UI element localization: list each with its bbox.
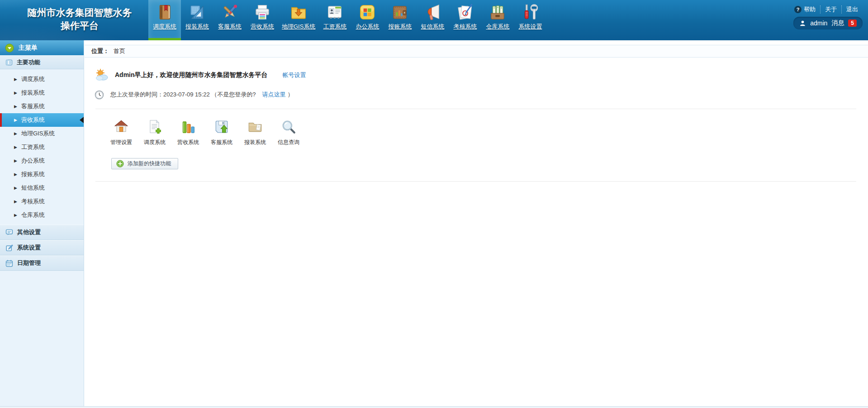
shortcut-info-query[interactable]: 信息查询: [272, 119, 305, 146]
megaphone-icon: [424, 3, 441, 22]
nav-tab-dispatch[interactable]: 调度系统: [148, 0, 181, 40]
sidebar-item-sms[interactable]: ▶短信系统: [0, 181, 84, 195]
shortcut-customer-service[interactable]: 客服系统: [205, 119, 238, 146]
nav-tab-system-settings[interactable]: 系统设置: [514, 0, 546, 40]
nav-tab-reimbursement[interactable]: 报账系统: [384, 0, 416, 40]
add-shortcut-button[interactable]: 添加新的快捷功能: [111, 158, 178, 169]
chat-bubble-icon: [5, 229, 13, 236]
shortcut-label: 调度系统: [144, 139, 166, 146]
sidebar-item-revenue[interactable]: ▶营收系统: [0, 113, 84, 127]
breadcrumb: 位置： 首页: [85, 45, 868, 58]
pencil-brush-icon: [221, 3, 238, 22]
nav-tab-office[interactable]: 办公系统: [351, 0, 384, 40]
arrow-right-icon: ▶: [14, 213, 17, 217]
nav-tab-label: 报账系统: [388, 23, 412, 31]
shortcut-dispatch[interactable]: 调度系统: [138, 119, 171, 146]
collapse-circle-icon: [5, 43, 14, 53]
folder-download-icon: [290, 3, 307, 22]
last-login-suffix: ）: [287, 91, 293, 99]
help-link[interactable]: ? 帮助: [790, 5, 820, 14]
shortcut-label: 客服系统: [211, 139, 232, 146]
add-shortcut-row: 添加新的快捷功能: [85, 146, 868, 169]
nav-tab-payroll[interactable]: 工资系统: [318, 0, 351, 40]
shortcut-revenue[interactable]: 营收系统: [171, 119, 205, 146]
shortcut-admin-settings[interactable]: 管理设置: [104, 119, 138, 146]
document-add-icon: [147, 119, 162, 134]
messages-link[interactable]: 消息: [831, 19, 844, 27]
nav-tab-assessment[interactable]: 考核系统: [449, 0, 481, 40]
nav-tab-label: 仓库系统: [486, 23, 509, 31]
nav-tab-label: 调度系统: [153, 23, 176, 31]
bar-chart-icon: [180, 119, 196, 134]
breadcrumb-home[interactable]: 首页: [114, 47, 125, 55]
arrow-right-icon: ▶: [14, 118, 17, 122]
nav-tab-label: 短信系统: [421, 23, 444, 31]
edit-pencil-icon: [5, 244, 13, 252]
nav-tab-sms[interactable]: 短信系统: [416, 0, 449, 40]
logout-label: 退出: [846, 5, 858, 14]
sidebar-item-installation[interactable]: ▶报装系统: [0, 86, 84, 100]
nav-tab-label: 客服系统: [218, 23, 242, 31]
sidebar-section-main-functions[interactable]: 主要功能: [0, 55, 84, 69]
not-you-link[interactable]: 请点这里: [262, 91, 285, 99]
sidebar-section-system-settings[interactable]: 系统设置: [0, 240, 84, 255]
logout-link[interactable]: 退出: [841, 5, 863, 14]
save-upload-icon: [214, 119, 229, 134]
sidebar-item-customer-service[interactable]: ▶客服系统: [0, 100, 84, 113]
section-label: 日期管理: [17, 259, 41, 267]
nav-tab-gis[interactable]: 地理GIS系统: [279, 0, 318, 40]
sidebar-item-office[interactable]: ▶办公系统: [0, 154, 84, 168]
footer-strip: [0, 406, 868, 408]
header-links: ? 帮助 关于 退出: [790, 5, 863, 14]
sidebar-item-label: 营收系统: [21, 116, 45, 124]
arrow-right-icon: ▶: [14, 91, 17, 95]
shortcut-grid: 管理设置 调度系统 营收系统 客服系统: [85, 109, 868, 146]
sidebar-item-payroll[interactable]: ▶工资系统: [0, 140, 84, 154]
help-label: 帮助: [804, 5, 816, 14]
sidebar-main-menu-header[interactable]: 主菜单: [0, 40, 84, 55]
last-login-row: 您上次登录的时间：2023-07-09 15:22 （不是您登录的? 请点这里 …: [85, 82, 868, 100]
sidebar-item-label: 报账系统: [21, 170, 45, 178]
account-settings-link[interactable]: 帐号设置: [283, 71, 306, 79]
arrow-right-icon: ▶: [14, 131, 17, 136]
divider: [95, 181, 856, 182]
welcome-message: Admin早上好，欢迎使用随州市水务集团智慧水务平台: [115, 71, 268, 79]
main-nav: 调度系统 报装系统 客服系统 营收系统: [148, 0, 546, 40]
shortcut-label: 信息查询: [278, 139, 299, 146]
sidebar-section-date-management[interactable]: 日期管理: [0, 255, 84, 271]
nav-tab-revenue[interactable]: 营收系统: [246, 0, 279, 40]
sidebar-item-label: 办公系统: [21, 157, 45, 165]
top-header: 随州市水务集团智慧水务 操作平台 调度系统 报装系统 客服系统: [0, 0, 868, 40]
set-square-icon: [189, 3, 206, 22]
sidebar: 主菜单 主要功能 ▶调度系统 ▶报装系统 ▶客服系统 ▶营收系统 ▶地理GIS系…: [0, 40, 84, 406]
weather-sun-cloud-icon: [95, 68, 109, 82]
sidebar-section-other-settings[interactable]: 其他设置: [0, 225, 84, 240]
shortcut-installation[interactable]: 报装系统: [238, 119, 272, 146]
nav-tab-label: 地理GIS系统: [282, 23, 315, 31]
about-label: 关于: [825, 5, 837, 14]
username[interactable]: admin: [810, 19, 827, 27]
app-logo-title: 随州市水务集团智慧水务 操作平台: [5, 6, 155, 32]
arrow-right-icon: ▶: [14, 145, 17, 149]
section-label: 主要功能: [17, 58, 40, 67]
nav-tab-warehouse[interactable]: 仓库系统: [481, 0, 514, 40]
sidebar-item-dispatch[interactable]: ▶调度系统: [0, 72, 84, 86]
about-link[interactable]: 关于: [820, 5, 841, 14]
folder-document-icon: [247, 119, 263, 134]
sidebar-menu: ▶调度系统 ▶报装系统 ▶客服系统 ▶营收系统 ▶地理GIS系统 ▶工资系统 ▶…: [0, 69, 84, 225]
nav-tab-installation[interactable]: 报装系统: [181, 0, 213, 40]
nav-tab-customer-service[interactable]: 客服系统: [213, 0, 246, 40]
nav-tab-label: 营收系统: [251, 23, 274, 31]
sidebar-item-warehouse[interactable]: ▶仓库系统: [0, 208, 84, 222]
archive-box-icon: [489, 3, 506, 22]
sidebar-item-gis[interactable]: ▶地理GIS系统: [0, 127, 84, 140]
user-icon: [799, 20, 806, 27]
sidebar-item-reimbursement[interactable]: ▶报账系统: [0, 168, 84, 181]
id-card-icon: [326, 3, 343, 22]
sidebar-item-label: 客服系统: [21, 102, 45, 110]
breadcrumb-label: 位置：: [91, 47, 109, 55]
sidebar-item-label: 报装系统: [21, 89, 45, 97]
sidebar-item-label: 考核系统: [21, 197, 45, 206]
question-icon: ?: [794, 6, 802, 13]
sidebar-item-assessment[interactable]: ▶考核系统: [0, 195, 84, 208]
